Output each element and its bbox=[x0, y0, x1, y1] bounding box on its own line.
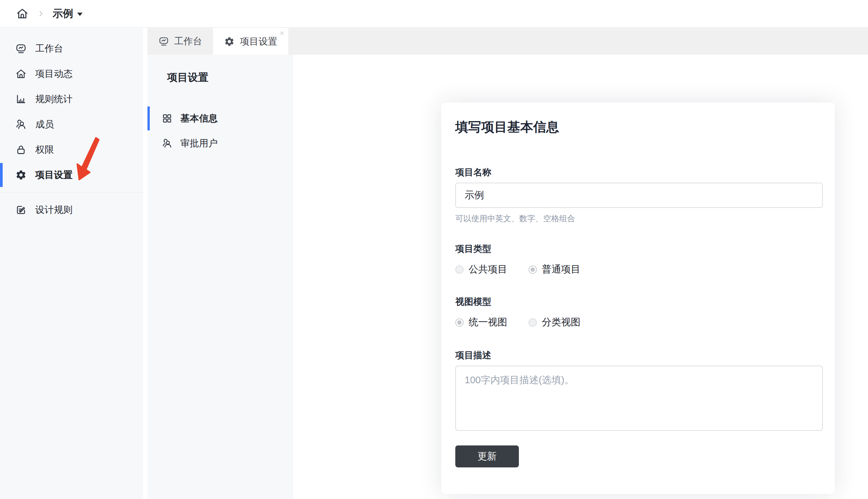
panel-title: 项目设置 bbox=[147, 54, 292, 85]
approval-users-icon bbox=[162, 138, 172, 149]
sidebar-item-workbench[interactable]: 工作台 bbox=[0, 36, 143, 61]
sidebar-item-label: 权限 bbox=[35, 143, 54, 156]
workbench-icon bbox=[15, 43, 27, 54]
sidebar-divider bbox=[0, 192, 143, 193]
gear-icon bbox=[15, 169, 27, 181]
panel-item-basic-info[interactable]: 基本信息 bbox=[147, 107, 292, 131]
project-name-input[interactable] bbox=[455, 183, 823, 208]
project-type-label: 项目类型 bbox=[455, 243, 823, 255]
bar-chart-icon bbox=[15, 94, 27, 105]
sidebar-item-label: 工作台 bbox=[35, 42, 63, 55]
radio-label: 普通项目 bbox=[542, 263, 580, 276]
lock-icon bbox=[15, 144, 27, 155]
tab-label: 项目设置 bbox=[240, 35, 277, 48]
caret-down-icon bbox=[77, 13, 83, 16]
update-button[interactable]: 更新 bbox=[455, 446, 519, 467]
sidebar-item-label: 项目设置 bbox=[35, 169, 73, 181]
home-icon bbox=[15, 68, 27, 80]
design-rules-icon bbox=[15, 204, 27, 216]
project-desc-label: 项目描述 bbox=[455, 349, 823, 361]
tab-project-settings[interactable]: 项目设置 × bbox=[213, 28, 288, 55]
panel-item-label: 基本信息 bbox=[180, 112, 218, 125]
sidebar-item-label: 设计规则 bbox=[35, 204, 73, 216]
basic-info-card: 填写项目基本信息 项目名称 可以使用中英文、数字、空格组合 项目类型 公共项目 … bbox=[441, 102, 835, 494]
gear-icon bbox=[224, 36, 234, 47]
view-model-group: 统一视图 分类视图 bbox=[455, 316, 823, 329]
project-type-group: 公共项目 普通项目 bbox=[455, 263, 823, 276]
tab-label: 工作台 bbox=[174, 35, 202, 48]
active-indicator bbox=[147, 107, 150, 131]
radio-icon bbox=[529, 318, 537, 327]
sidebar-item-label: 项目动态 bbox=[35, 68, 73, 80]
radio-label: 分类视图 bbox=[542, 316, 580, 329]
home-icon[interactable] bbox=[16, 7, 28, 20]
active-indicator bbox=[0, 163, 3, 187]
top-bar: 示例 bbox=[0, 0, 868, 28]
sidebar-item-project-settings[interactable]: 项目设置 bbox=[0, 162, 143, 187]
grid-icon bbox=[162, 113, 172, 124]
project-switcher[interactable]: 示例 bbox=[52, 7, 83, 21]
project-name-help: 可以使用中英文、数字、空格组合 bbox=[455, 214, 823, 223]
sidebar-item-members[interactable]: 成员 bbox=[0, 112, 143, 137]
radio-icon bbox=[455, 266, 463, 274]
project-name-label: 项目名称 bbox=[455, 166, 823, 178]
panel-item-label: 审批用户 bbox=[180, 137, 218, 150]
sidebar-item-label: 规则统计 bbox=[35, 93, 73, 106]
sidebar-item-permissions[interactable]: 权限 bbox=[0, 137, 143, 162]
radio-public-project[interactable]: 公共项目 bbox=[455, 263, 507, 276]
card-title: 填写项目基本信息 bbox=[455, 119, 823, 136]
workbench-icon bbox=[158, 36, 169, 47]
view-model-label: 视图模型 bbox=[455, 296, 823, 308]
main-content: 填写项目基本信息 项目名称 可以使用中英文、数字、空格组合 项目类型 公共项目 … bbox=[293, 54, 868, 499]
radio-icon bbox=[529, 266, 537, 274]
settings-panel: 项目设置 基本信息 审批用户 bbox=[147, 54, 293, 499]
radio-icon bbox=[455, 318, 463, 327]
sidebar-item-project-activity[interactable]: 项目动态 bbox=[0, 61, 143, 86]
project-desc-textarea[interactable] bbox=[455, 366, 823, 431]
sidebar-item-label: 成员 bbox=[35, 118, 54, 131]
sidebar-item-rule-stats[interactable]: 规则统计 bbox=[0, 86, 143, 112]
tab-strip: 工作台 项目设置 × bbox=[147, 28, 868, 54]
sidebar-item-design-rules[interactable]: 设计规则 bbox=[0, 197, 143, 222]
members-icon bbox=[15, 119, 27, 130]
radio-label: 统一视图 bbox=[469, 316, 507, 329]
tab-workbench[interactable]: 工作台 bbox=[147, 28, 213, 54]
radio-category-view[interactable]: 分类视图 bbox=[529, 316, 580, 329]
radio-label: 公共项目 bbox=[469, 263, 507, 276]
radio-normal-project[interactable]: 普通项目 bbox=[529, 263, 580, 276]
left-sidebar: 工作台 项目动态 规则统计 成员 权限 bbox=[0, 28, 143, 499]
close-icon[interactable]: × bbox=[280, 28, 284, 38]
chevron-right-icon bbox=[37, 9, 45, 18]
breadcrumb-project-name: 示例 bbox=[52, 7, 73, 21]
radio-unified-view[interactable]: 统一视图 bbox=[455, 316, 507, 329]
panel-item-approval-users[interactable]: 审批用户 bbox=[147, 131, 292, 155]
